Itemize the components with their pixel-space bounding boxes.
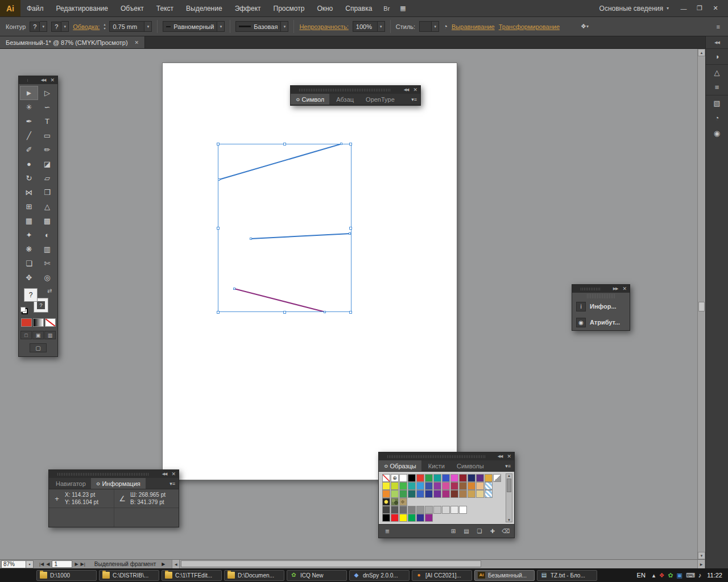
stroke-weight-stepper[interactable]: ▴ ▾ — [104, 23, 105, 30]
taskbar-button[interactable]: C:\DISTRIB\... — [99, 570, 159, 581]
workspace-switcher[interactable]: Основные сведения ▾ — [593, 0, 676, 16]
draw-mode-button[interactable]: ▥ — [44, 331, 56, 339]
tool-button[interactable]: ● — [20, 157, 38, 171]
prev-artboard-button[interactable]: ◀ — [46, 562, 49, 567]
swap-fill-stroke-icon[interactable]: ⇄ — [47, 288, 52, 294]
menu-item[interactable]: Редактирование — [50, 0, 114, 16]
screen-mode-button[interactable]: ▢ — [30, 343, 47, 352]
dock-panel-icon[interactable]: ▧ — [706, 95, 728, 110]
color-button[interactable] — [21, 318, 32, 327]
control-panel-menu-icon[interactable]: ≡ — [717, 23, 722, 30]
color-swatch[interactable] — [408, 506, 416, 514]
color-swatch[interactable] — [382, 498, 390, 506]
chevron-down-icon[interactable]: ▾ — [61, 21, 69, 32]
anchor-point[interactable] — [324, 311, 326, 313]
color-swatch[interactable] — [416, 474, 424, 482]
close-icon[interactable]: ✕ — [135, 40, 139, 45]
color-swatch[interactable] — [459, 482, 467, 490]
color-swatch[interactable] — [433, 474, 441, 482]
dock-panel-button[interactable]: i Инфор... — [572, 298, 630, 314]
swatch-toolbar-button[interactable]: ⌫ — [501, 527, 510, 536]
color-swatch[interactable] — [391, 490, 399, 498]
color-swatch[interactable] — [450, 490, 458, 498]
default-fill-stroke-icon[interactable] — [20, 307, 28, 314]
color-swatch[interactable] — [450, 482, 458, 490]
selection-handle[interactable] — [217, 227, 220, 230]
expand-panels-icon[interactable]: ◀◀ — [706, 36, 728, 49]
tool-button[interactable]: T — [38, 114, 56, 128]
dock-panel-icon[interactable]: ◉ — [706, 126, 728, 141]
color-swatch[interactable] — [391, 482, 399, 490]
panel-tab[interactable]: ≎Символ — [291, 94, 329, 105]
tool-button[interactable]: ❏ — [20, 256, 38, 271]
tool-button[interactable]: ╱ — [20, 128, 38, 143]
anchor-point[interactable] — [218, 178, 220, 181]
selection-handle[interactable] — [349, 143, 352, 146]
scroll-down-icon[interactable]: ▼ — [507, 518, 511, 522]
drag-grip[interactable] — [57, 473, 150, 476]
swatch-toolbar-button[interactable]: ✚ — [488, 527, 497, 536]
color-swatch[interactable] — [493, 474, 501, 482]
drag-grip[interactable] — [581, 288, 601, 290]
color-swatch[interactable] — [450, 506, 458, 514]
tool-button[interactable]: ↻ — [20, 171, 38, 185]
stroke-weight-select[interactable]: 0.75 mm ▾ — [109, 21, 152, 32]
color-swatch[interactable] — [476, 474, 484, 482]
menu-item[interactable]: Файл — [20, 0, 50, 16]
brush-select[interactable]: Базовая ▾ — [235, 21, 288, 32]
step-up-icon[interactable]: ▴ — [104, 23, 105, 26]
chevron-down-icon[interactable]: ▾ — [378, 21, 385, 32]
bridge-icon[interactable]: Br — [378, 0, 395, 16]
panel-menu-icon[interactable]: ▾≡ — [166, 478, 179, 489]
transform-link[interactable]: Трансформирование — [499, 23, 560, 30]
tool-button[interactable]: ▭ — [38, 128, 56, 143]
tool-button[interactable]: ▷ — [38, 86, 56, 100]
color-swatch[interactable] — [382, 474, 390, 482]
selection-handle[interactable] — [349, 227, 352, 230]
taskbar-button[interactable]: Ai Безымянный... — [474, 570, 535, 581]
color-swatch[interactable] — [382, 506, 390, 514]
dock-panel-icon[interactable]: △ — [706, 64, 728, 80]
tool-button[interactable]: ⋈ — [20, 185, 38, 199]
draw-mode-button[interactable]: ▣ — [32, 331, 44, 339]
color-swatch[interactable] — [433, 506, 441, 514]
collapse-icon[interactable]: ◀◀ — [404, 88, 409, 92]
tool-button[interactable]: ✒ — [20, 114, 38, 128]
swatch-toolbar-button[interactable]: ▤ — [462, 527, 471, 536]
color-swatch[interactable] — [391, 506, 399, 514]
opacity-link[interactable]: Непрозрачность: — [299, 23, 348, 30]
recolor-artwork-icon[interactable]: ◔ — [443, 22, 448, 31]
clock[interactable]: 11:22 — [704, 572, 728, 579]
close-icon[interactable]: ✕ — [50, 77, 55, 83]
tray-icon[interactable]: ❖ — [659, 571, 664, 580]
expand-icon[interactable]: ▶▶ — [613, 286, 618, 291]
color-swatch[interactable] — [408, 490, 416, 498]
color-swatch[interactable] — [416, 514, 424, 522]
color-swatch[interactable] — [399, 514, 407, 522]
panel-menu-icon[interactable]: ▾≡ — [408, 94, 420, 105]
panel-tab[interactable]: Символы — [450, 460, 489, 471]
color-swatch[interactable] — [416, 490, 424, 498]
color-swatch[interactable] — [399, 490, 407, 498]
selection-handle[interactable] — [217, 143, 220, 146]
chevron-down-icon[interactable]: ▾ — [432, 21, 439, 32]
scrollbar-thumb[interactable] — [698, 302, 705, 311]
tool-button[interactable]: ✦ — [20, 228, 38, 242]
dock-panel-icon[interactable]: ◑ — [706, 49, 728, 64]
tool-button[interactable]: ❒ — [38, 185, 56, 199]
close-icon[interactable]: ✕ — [622, 286, 627, 292]
color-swatch[interactable] — [459, 506, 467, 514]
fill-color-control[interactable]: ? ▾ — [30, 21, 47, 32]
stroke-color-control[interactable]: ? ▾ — [51, 21, 69, 32]
color-swatch[interactable] — [485, 490, 493, 498]
tool-button[interactable]: ◪ — [38, 157, 56, 171]
menu-item[interactable]: Просмотр — [267, 0, 311, 16]
color-swatch[interactable] — [399, 482, 407, 490]
tool-button[interactable]: ✐ — [20, 143, 38, 157]
color-swatch[interactable] — [408, 474, 416, 482]
selection-handle[interactable] — [283, 143, 286, 146]
selection-bounding-box[interactable] — [218, 144, 351, 312]
step-down-icon[interactable]: ▾ — [104, 27, 105, 30]
taskbar-button[interactable]: ✿ ICQ New — [287, 570, 347, 581]
close-button[interactable]: ✕ — [708, 5, 723, 12]
